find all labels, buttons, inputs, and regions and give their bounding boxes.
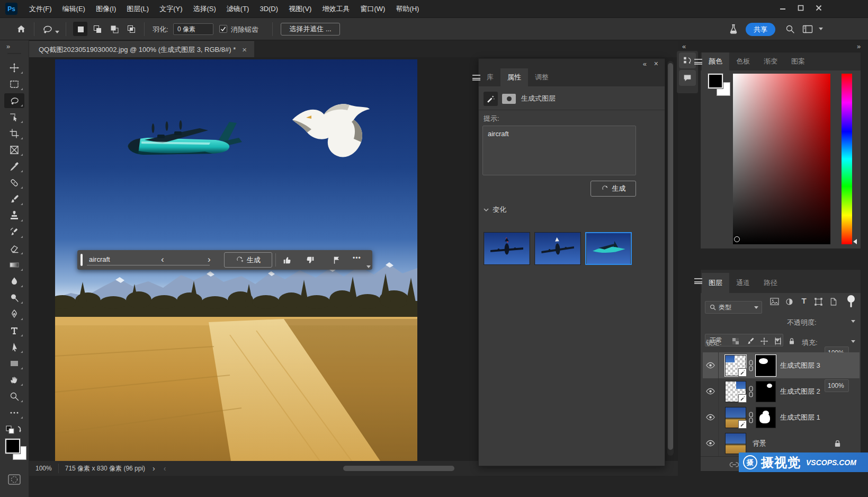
edit-toolbar-icon[interactable] [4,405,24,420]
horizontal-scrollbar[interactable] [343,466,454,471]
healing-brush-tool[interactable] [4,175,24,190]
saturation-brightness-field[interactable] [733,74,830,244]
document-close-icon[interactable]: × [242,45,247,54]
shape-tool[interactable] [4,356,24,371]
visibility-eye-icon[interactable] [703,378,719,404]
tab-color[interactable]: 颜色 [702,52,729,70]
prompt-textarea[interactable]: aircraft [482,126,636,175]
thumbs-down-icon[interactable] [305,254,316,266]
pen-tool[interactable] [4,307,24,322]
eraser-tool[interactable] [4,241,24,256]
tab-gradients[interactable]: 渐变 [757,52,784,70]
filter-shape-icon[interactable] [813,296,824,307]
search-icon[interactable] [784,23,797,36]
layer-name[interactable]: 生成式图层 3 [780,361,820,370]
mask-link-icon[interactable] [748,386,754,397]
gradient-tool[interactable] [4,258,24,272]
layer-thumbnail[interactable] [725,381,746,402]
link-layers-icon[interactable] [728,459,740,470]
lock-paint-icon[interactable] [745,336,756,347]
status-prev-icon[interactable]: ‹ [164,464,166,473]
variations-header[interactable]: 变化 [483,205,506,215]
visibility-eye-icon[interactable] [703,430,719,456]
status-next-icon[interactable]: › [153,464,155,473]
fill-dropdown-arrow[interactable] [851,340,855,343]
home-icon[interactable] [15,23,28,36]
dock-expand-icon[interactable]: » [857,42,860,50]
move-tool[interactable] [4,60,24,75]
visibility-eye-icon[interactable] [703,404,719,430]
selection-mode-add[interactable] [90,22,104,36]
hue-slider-handle[interactable] [853,239,857,244]
default-swap-colors-icon[interactable] [5,425,23,434]
marquee-tool[interactable] [4,77,24,92]
tab-channels[interactable]: 通道 [729,273,757,293]
layer-filter-dropdown[interactable]: 类型 [705,301,762,314]
zoom-level[interactable]: 100% [35,465,52,472]
layer-row-gen3[interactable]: 生成式图层 3 [703,352,860,378]
tab-properties[interactable]: 属性 [500,68,528,86]
tab-swatches[interactable]: 色板 [729,52,757,70]
dodge-tool[interactable] [4,290,24,305]
tab-libraries[interactable]: 库 [480,68,500,86]
variation-thumb-3-selected[interactable] [585,232,632,265]
filter-smart-object-icon[interactable] [828,296,838,307]
selection-mode-new[interactable] [73,22,87,36]
brush-tool[interactable] [4,192,24,207]
color-cursor[interactable] [734,236,740,242]
workspace-dropdown-arrow[interactable] [819,28,823,30]
panel-close-icon[interactable]: × [654,59,658,68]
zoom-tool[interactable] [4,389,24,404]
thumbs-up-icon[interactable] [281,254,293,266]
type-tool[interactable] [4,323,24,338]
color-panel-menu-icon[interactable] [694,59,702,65]
filter-adjustment-icon[interactable] [784,296,794,307]
lock-position-icon[interactable] [759,336,769,347]
more-options-icon[interactable]: ••• [353,254,361,262]
lasso-tool[interactable] [4,93,24,108]
menu-filter[interactable]: 滤镜(T) [221,0,255,18]
prev-variation-icon[interactable]: ‹ [161,255,164,264]
generate-button[interactable]: 生成 [224,252,272,268]
feather-input[interactable]: 0 像素 [173,23,213,35]
properties-menu-icon[interactable] [472,75,480,81]
foreground-color-swatch[interactable] [5,439,20,454]
mask-link-icon[interactable] [748,412,754,423]
flag-icon[interactable] [331,254,343,266]
layer-mask-thumbnail[interactable] [756,381,776,402]
antialias-checkbox[interactable] [219,25,227,33]
menu-help[interactable]: 帮助(H) [390,0,424,18]
selection-mode-subtract[interactable] [107,22,121,36]
lasso-tool-icon[interactable] [40,22,54,36]
menu-file[interactable]: 文件(F) [24,0,57,18]
variation-thumb-2[interactable] [534,232,581,265]
filter-image-icon[interactable] [768,296,780,307]
lock-transparency-icon[interactable] [730,336,741,347]
vertical-scrollbar[interactable] [668,63,673,450]
opacity-dropdown-arrow[interactable] [851,320,855,323]
tab-patterns[interactable]: 图案 [784,52,812,70]
comments-panel-icon[interactable] [679,70,696,86]
menu-type[interactable]: 文字(Y) [154,0,187,18]
menu-plugins[interactable]: 增效工具 [317,0,355,18]
prompt-text[interactable]: aircraft [89,255,110,263]
filter-pin-toggle[interactable] [846,294,856,309]
menu-select[interactable]: 选择(S) [187,0,221,18]
share-button[interactable]: 共享 [746,23,775,36]
tab-layers[interactable]: 图层 [702,273,729,293]
layer-thumbnail[interactable] [725,407,746,428]
layer-thumbnail[interactable] [725,355,746,376]
history-brush-tool[interactable] [4,225,24,239]
eyedropper-tool[interactable] [4,159,24,174]
layer-mask-thumbnail[interactable] [756,407,776,428]
menu-edit[interactable]: 编辑(E) [57,0,91,18]
frame-tool[interactable] [4,143,24,157]
foreground-color-well[interactable] [708,74,723,88]
clone-stamp-tool[interactable] [4,208,24,223]
layer-row-gen1[interactable]: 生成式图层 1 [703,404,860,430]
flask-icon[interactable] [727,22,740,36]
mask-link-icon[interactable] [748,360,754,371]
document-tab[interactable]: QQ截图20230519030002.jpg @ 100% (生成式图层 3, … [29,41,254,57]
maximize-button[interactable] [792,0,810,16]
filter-type-icon[interactable]: T [799,296,809,305]
